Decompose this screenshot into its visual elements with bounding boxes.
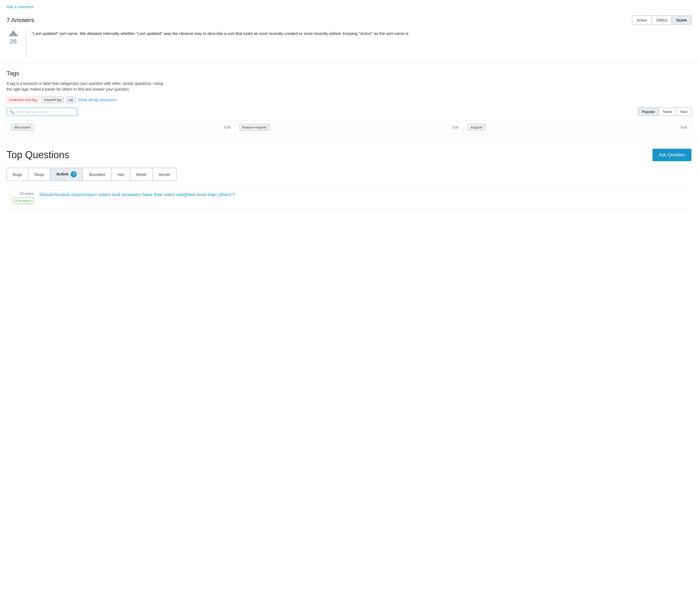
tags-section: Tags A tag is a keyword or label that ca… <box>0 63 698 141</box>
tag-search-input[interactable] <box>16 110 74 114</box>
tag-chip-feature-request[interactable]: feature-request <box>239 124 269 131</box>
tag-list-item-support: support Edit <box>463 120 692 134</box>
answers-sort-buttons: Active Oldest Score <box>632 16 692 25</box>
vote-column: 26 <box>6 30 20 45</box>
question-answers-badge: 8 answers <box>13 197 34 204</box>
tab-active-badge: 7 <box>71 171 76 177</box>
ask-question-button[interactable]: Ask Question <box>653 149 692 161</box>
tab-active-label: Active <box>56 172 68 176</box>
tag-search-wrapper[interactable]: 🔍 <box>6 108 78 116</box>
question-votes: 25 votes <box>19 192 34 196</box>
tag-sort-new-button[interactable]: New <box>676 108 691 116</box>
tag-chip-support[interactable]: support <box>467 124 485 131</box>
question-meta: 25 votes 8 answers <box>6 192 34 204</box>
sort-active-button[interactable]: Active <box>632 16 652 25</box>
vote-up-button[interactable] <box>9 30 18 36</box>
tab-bountied[interactable]: Bountied <box>83 168 111 181</box>
tag-chip-moderator[interactable]: moderator-only-tag <box>6 97 39 103</box>
tag-chip-tag[interactable]: tag <box>66 97 75 103</box>
tab-active[interactable]: Active 7 <box>50 168 83 181</box>
answer-content: 26 "Last updated" sort name. We debated … <box>6 30 692 58</box>
add-comment-link[interactable]: Add a comment <box>6 5 33 9</box>
tag-edit-discussion-link[interactable]: Edit <box>224 125 230 129</box>
tag-chips: moderator-only-tag required-tag tag Show… <box>6 97 692 103</box>
show-synonyms-link[interactable]: Show all tag synonyms <box>78 98 117 102</box>
tag-list-item-feature-request: feature-request Edit <box>235 120 463 134</box>
answers-header: 7 Answers Active Oldest Score <box>6 16 692 25</box>
add-comment-section: Add a comment <box>0 0 698 12</box>
sort-score-button[interactable]: Score <box>672 16 691 25</box>
tag-sort-buttons: Popular Name New <box>638 108 692 116</box>
top-questions-title: Top Questions <box>6 149 69 161</box>
tag-filter-row: 🔍 Popular Name New <box>6 108 692 116</box>
tab-week[interactable]: Week <box>130 168 153 181</box>
tag-sort-popular-button[interactable]: Popular <box>638 108 659 116</box>
tag-list-item-discussion: discussion Edit <box>6 120 235 134</box>
question-item: 25 votes 8 answers Should trusted close/… <box>6 186 692 209</box>
tag-chip-discussion[interactable]: discussion <box>11 124 34 131</box>
tag-edit-feature-request-link[interactable]: Edit <box>452 125 459 129</box>
vote-count: 26 <box>10 38 17 45</box>
tab-reqs[interactable]: Reqs <box>28 168 50 181</box>
tag-chip-required[interactable]: required-tag <box>41 97 64 103</box>
tab-month[interactable]: Month <box>153 168 176 181</box>
tags-description: A tag is a keyword or label that categor… <box>6 81 692 92</box>
answer-text: "Last updated" sort name. We debated int… <box>32 30 692 37</box>
top-questions-header: Top Questions Ask Question <box>6 149 692 161</box>
tab-hot[interactable]: Hot <box>112 168 130 181</box>
tag-list-row: discussion Edit feature-request Edit sup… <box>6 120 692 134</box>
tags-title: Tags <box>6 70 692 77</box>
question-list: 25 votes 8 answers Should trusted close/… <box>6 186 692 209</box>
answers-title: 7 Answers <box>6 17 34 24</box>
search-icon: 🔍 <box>10 110 14 114</box>
answers-section: 7 Answers Active Oldest Score 26 "Last u… <box>0 12 698 63</box>
question-tabs: Bugs Reqs Active 7 Bountied Hot Week Mon… <box>6 168 177 181</box>
sort-oldest-button[interactable]: Oldest <box>652 16 672 25</box>
answer-divider <box>26 30 26 58</box>
tag-edit-support-link[interactable]: Edit <box>681 125 687 129</box>
question-link[interactable]: Should trusted close/reopen voters and r… <box>39 192 235 198</box>
tag-sort-name-button[interactable]: Name <box>659 108 676 116</box>
tab-bugs[interactable]: Bugs <box>7 168 28 181</box>
top-questions-section: Top Questions Ask Question Bugs Reqs Act… <box>0 141 698 209</box>
